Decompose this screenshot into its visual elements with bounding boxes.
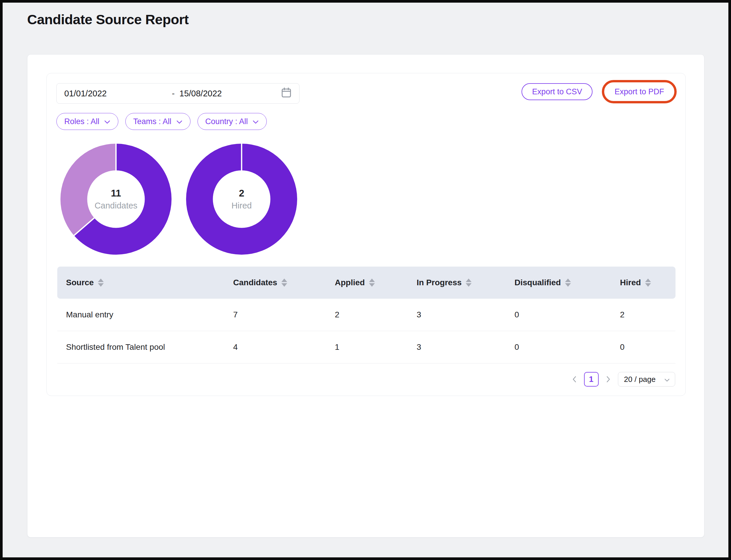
date-range-picker[interactable]: 01/01/2022 - 15/08/2022 (56, 83, 299, 104)
table-row: Manual entry 7 2 3 0 2 (57, 299, 676, 331)
page-number-button[interactable]: 1 (584, 372, 599, 387)
date-end-value[interactable]: 15/08/2022 (179, 89, 281, 98)
source-table: Source Candidates Applied In Progress (57, 267, 676, 364)
column-header-label: Disqualified (515, 278, 561, 287)
donut-charts: 11 Candidates 2 Hired (59, 142, 298, 256)
previous-page-button[interactable] (570, 372, 579, 387)
roles-filter-label: Roles : All (64, 117, 99, 126)
sort-icon (369, 279, 375, 287)
export-pdf-button[interactable]: Export to PDF (607, 83, 672, 100)
teams-filter-dropdown[interactable]: Teams : All (125, 113, 190, 130)
page-size-value: 20 / page (624, 375, 656, 384)
filter-bar: Roles : All Teams : All Country : All (56, 113, 267, 130)
cell-candidates: 4 (233, 342, 335, 352)
country-filter-label: Country : All (205, 117, 248, 126)
sort-icon (565, 279, 571, 287)
column-header-label: Applied (335, 278, 365, 287)
chevron-down-icon (664, 375, 670, 384)
report-card: 01/01/2022 - 15/08/2022 Export to CSV Ex… (27, 54, 704, 538)
column-header-in-progress[interactable]: In Progress (417, 278, 515, 287)
column-header-label: Hired (620, 278, 641, 287)
page-size-select[interactable]: 20 / page (618, 372, 675, 387)
calendar-icon[interactable] (281, 87, 291, 100)
sort-icon (466, 279, 472, 287)
cell-disqualified: 0 (515, 342, 620, 352)
cell-in-progress: 3 (417, 342, 515, 352)
page-title: Candidate Source Report (27, 11, 189, 27)
cell-hired: 0 (620, 342, 676, 352)
candidates-donut-chart: 11 Candidates (59, 142, 173, 256)
column-header-source[interactable]: Source (57, 278, 233, 287)
column-header-label: In Progress (417, 278, 462, 287)
column-header-label: Source (66, 278, 94, 287)
sort-icon (98, 279, 104, 287)
column-header-candidates[interactable]: Candidates (233, 278, 335, 287)
report-panel: 01/01/2022 - 15/08/2022 Export to CSV Ex… (46, 73, 686, 396)
candidates-donut-svg (59, 142, 173, 256)
country-filter-dropdown[interactable]: Country : All (197, 113, 267, 130)
pagination: 1 20 / page (570, 372, 675, 387)
cell-source: Shortlisted from Talent pool (57, 342, 233, 352)
hired-donut-svg (185, 142, 298, 256)
sort-icon (645, 279, 651, 287)
column-header-label: Candidates (233, 278, 277, 287)
cell-source: Manual entry (57, 310, 233, 319)
export-csv-button[interactable]: Export to CSV (522, 83, 593, 100)
teams-filter-label: Teams : All (133, 117, 171, 126)
cell-applied: 1 (335, 342, 417, 352)
column-header-applied[interactable]: Applied (335, 278, 417, 287)
screenshot-frame: Candidate Source Report 01/01/2022 - 15/… (0, 0, 731, 560)
cell-in-progress: 3 (417, 310, 515, 319)
table-row: Shortlisted from Talent pool 4 1 3 0 0 (57, 331, 676, 364)
column-header-hired[interactable]: Hired (620, 278, 676, 287)
cell-hired: 2 (620, 310, 676, 319)
chevron-down-icon (104, 117, 110, 126)
export-buttons: Export to CSV Export to PDF (522, 79, 677, 104)
next-page-button[interactable] (604, 372, 613, 387)
table-header-row: Source Candidates Applied In Progress (57, 267, 676, 299)
cell-applied: 2 (335, 310, 417, 319)
date-start-value[interactable]: 01/01/2022 (64, 89, 167, 98)
chevron-down-icon (252, 117, 259, 126)
export-pdf-highlight-annotation: Export to PDF (602, 80, 677, 103)
cell-disqualified: 0 (515, 310, 620, 319)
sort-icon (281, 279, 287, 287)
date-separator: - (167, 89, 179, 98)
cell-candidates: 7 (233, 310, 335, 319)
chevron-down-icon (176, 117, 183, 126)
roles-filter-dropdown[interactable]: Roles : All (56, 113, 118, 130)
column-header-disqualified[interactable]: Disqualified (515, 278, 620, 287)
hired-donut-chart: 2 Hired (185, 142, 298, 256)
